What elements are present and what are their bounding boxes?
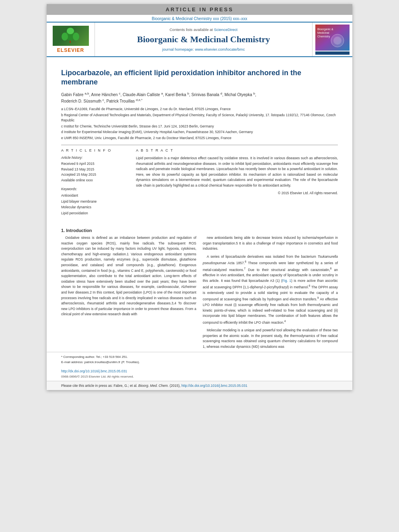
copyright-line: © 2015 Elsevier Ltd. All rights reserved… <box>136 191 338 195</box>
journal-cover-bar <box>315 51 350 55</box>
keywords-section: Keywords: Antioxidant Lipid bilayer memb… <box>61 187 130 216</box>
article-title: Lipocarbazole, an efficient lipid peroxi… <box>61 68 338 87</box>
abstract-column: A B S T R A C T Lipid peroxidation is a … <box>136 148 338 216</box>
journal-title: Bioorganic & Medicinal Chemistry <box>137 34 270 45</box>
keyword-3: Molecular dynamics <box>61 204 130 210</box>
svg-text:Chemistry: Chemistry <box>317 35 330 38</box>
svg-point-4 <box>67 28 74 34</box>
corresponding-footnote: * Corresponding author. Tel.; +33 519 56… <box>61 355 338 360</box>
contents-available-line: Contents lists available at ScienceDirec… <box>170 27 238 32</box>
footnotes: * Corresponding author. Tel.; +33 519 56… <box>47 352 352 368</box>
affiliation-e: e UMR 850 INSERM, Univ. Limoges, Faculté… <box>61 136 338 141</box>
journal-reference: Bioorganic & Medicinal Chemistry xxx (20… <box>47 15 352 22</box>
article-history-label: Article history: <box>61 156 130 160</box>
intro-col2-p3: Molecular modeling is a unique and power… <box>203 328 338 349</box>
affiliations: a LCSN–EA1069, Faculté de Pharmacie, Uni… <box>61 107 338 141</box>
intro-col-left: Oxidative stress is defined as an imbala… <box>61 235 196 352</box>
intro-p1: Oxidative stress is defined as an imbala… <box>61 235 196 317</box>
introduction-header: 1. Introduction <box>61 228 338 233</box>
available-online: Available online xxxx <box>61 178 130 183</box>
svg-point-3 <box>73 33 79 41</box>
article-content: Lipocarbazole, an efficient lipid peroxi… <box>47 57 352 220</box>
svg-text:Medicinal: Medicinal <box>317 31 329 34</box>
citation-footer: Please cite this article in press as: Fa… <box>47 381 352 390</box>
article-info-header: A R T I C L E I N F O <box>61 148 130 152</box>
doi-line[interactable]: http://dx.doi.org/10.1016/j.bmc.2015.05.… <box>47 368 352 374</box>
keywords-label: Keywords: <box>61 187 130 191</box>
journal-homepage-link[interactable]: journal homepage: www.elsevier.com/locat… <box>162 47 245 51</box>
elsevier-wordmark: ELSEVIER <box>57 47 84 53</box>
affiliation-d: d Institute for Experimental Molecular I… <box>61 129 338 135</box>
abstract-text: Lipid peroxidation is a major deleteriou… <box>136 156 338 189</box>
article-info-column: A R T I C L E I N F O Article history: R… <box>61 148 130 216</box>
received-date: Received 9 April 2015 <box>61 161 130 167</box>
elsevier-logo-area: ELSEVIER <box>47 23 95 56</box>
journal-title-area: Contents lists available at ScienceDirec… <box>95 23 312 56</box>
authors-line: Gabin Fabre a,b, Anne Hänchen c, Claude-… <box>61 91 338 105</box>
affiliation-b: b Regional Center of Advanced Technologi… <box>61 113 338 123</box>
abstract-header: A B S T R A C T <box>136 148 338 152</box>
sciencedirect-link[interactable]: ScienceDirect <box>214 27 238 32</box>
email-footnote: E-mail address: patrick.trouillas@unilim… <box>61 360 338 365</box>
elsevier-tree-logo <box>53 26 89 46</box>
affiliation-a: a LCSN–EA1069, Faculté de Pharmacie, Uni… <box>61 107 338 112</box>
citation-prefix: Please cite this article in press as: Fa… <box>61 384 181 388</box>
keyword-4: Lipid peroxidation <box>61 210 130 216</box>
affiliation-c: c Institut für Chemie, Technische Univer… <box>61 124 338 129</box>
doi-link[interactable]: http://dx.doi.org/10.1016/j.bmc.2015.05.… <box>61 369 127 373</box>
citation-doi-link[interactable]: http://dx.doi.org/10.1016/j.bmc.2015.05.… <box>181 384 247 388</box>
introduction-two-col: Oxidative stress is defined as an imbala… <box>61 235 338 352</box>
intro-col2-p1: new antioxidants being able to decrease … <box>203 235 338 252</box>
intro-col-right: new antioxidants being able to decrease … <box>203 235 338 352</box>
intro-col2-p2: A series of lipocarbazole derivatives wa… <box>203 254 338 325</box>
article-body: 1. Introduction Oxidative stress is defi… <box>47 220 352 352</box>
rights-line: 0968-0896/© 2015 Elsevier Ltd. All right… <box>47 374 352 381</box>
revised-date: Revised 13 May 2015 <box>61 167 130 173</box>
svg-point-2 <box>62 33 68 41</box>
journal-header: ELSEVIER Contents lists available at Sci… <box>47 22 352 57</box>
svg-point-10 <box>333 37 341 45</box>
separator <box>61 145 338 145</box>
accepted-date: Accepted 15 May 2015 <box>61 172 130 178</box>
svg-text:Bioorganic &: Bioorganic & <box>317 28 333 31</box>
keyword-1: Antioxidant <box>61 193 130 198</box>
keyword-2: Lipid bilayer membrane <box>61 199 130 204</box>
journal-homepage: journal homepage: www.elsevier.com/locat… <box>162 47 245 51</box>
article-in-press-banner: ARTICLE IN PRESS <box>47 4 352 15</box>
journal-cover-thumbnail: Bioorganic & Medicinal Chemistry <box>312 23 352 56</box>
journal-cover-image: Bioorganic & Medicinal Chemistry <box>315 25 350 51</box>
article-info-abstract: A R T I C L E I N F O Article history: R… <box>61 148 338 216</box>
